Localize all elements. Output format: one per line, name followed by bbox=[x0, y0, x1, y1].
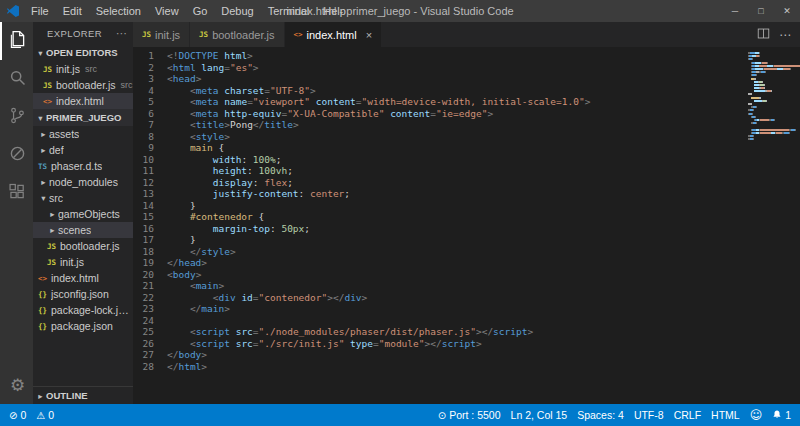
folder-section-header[interactable]: ▾ PRIMER_JUEGO bbox=[33, 109, 133, 126]
close-tab-icon[interactable]: × bbox=[366, 29, 372, 41]
code-line[interactable]: 26 <script src="./src/init.js" type="mod… bbox=[133, 338, 744, 350]
code-line[interactable]: 9 main { bbox=[133, 142, 744, 154]
line-number: 15 bbox=[133, 211, 167, 223]
tree-item-package.json[interactable]: {}package.json bbox=[33, 318, 133, 334]
more-actions-icon[interactable]: ⋯ bbox=[779, 28, 792, 42]
code-line[interactable]: 16 margin-top: 50px; bbox=[133, 223, 744, 235]
code-line[interactable]: 7 <title>Pong</title> bbox=[133, 119, 744, 131]
menu-edit[interactable]: Edit bbox=[56, 0, 89, 22]
tree-item-src[interactable]: ▾src bbox=[33, 190, 133, 206]
close-button[interactable]: ✕ bbox=[774, 0, 800, 22]
code-line[interactable]: 21 <main> bbox=[133, 280, 744, 292]
code-line[interactable]: 8 <style> bbox=[133, 131, 744, 143]
status-eol[interactable]: CRLF bbox=[669, 404, 706, 426]
explorer-actions-icon[interactable]: ⋯ bbox=[116, 27, 127, 40]
menu-go[interactable]: Go bbox=[186, 0, 215, 22]
tree-item-gameObjects[interactable]: ▸gameObjects bbox=[33, 206, 133, 222]
code-line[interactable]: 4 <meta charset="UTF-8"> bbox=[133, 85, 744, 97]
status-cursor-position[interactable]: Ln 2, Col 15 bbox=[506, 404, 573, 426]
code-line[interactable]: 15 #contenedor { bbox=[133, 211, 744, 223]
activity-item-settings[interactable]: ⚙ bbox=[0, 366, 33, 404]
code-text: height: 100vh; bbox=[167, 165, 293, 177]
code-line[interactable]: 19</head> bbox=[133, 257, 744, 269]
code-line[interactable]: 5 <meta name="viewport" content="width=d… bbox=[133, 96, 744, 108]
code-text: margin-top: 50px; bbox=[167, 223, 310, 235]
code-line[interactable]: 23 </main> bbox=[133, 303, 744, 315]
activity-item-search[interactable] bbox=[0, 60, 33, 98]
status-errors[interactable]: ⊘0 bbox=[4, 404, 31, 426]
open-editor-bootloader.js[interactable]: JSbootloader.jssrc bbox=[33, 77, 133, 93]
status-language-mode[interactable]: HTML bbox=[706, 404, 745, 426]
activity-item-extensions[interactable] bbox=[0, 174, 33, 212]
minimap[interactable] bbox=[744, 47, 800, 404]
code-area[interactable]: 1<!DOCTYPE html>2<html lang="es">3<head>… bbox=[133, 47, 744, 404]
code-line[interactable]: 1<!DOCTYPE html> bbox=[133, 50, 744, 62]
tree-item-bootloader.js[interactable]: JSbootloader.js bbox=[33, 238, 133, 254]
code-line[interactable]: 12 display: flex; bbox=[133, 177, 744, 189]
tree-item-node_modules[interactable]: ▸node_modules bbox=[33, 174, 133, 190]
open-editors-header[interactable]: ▾ OPEN EDITORS bbox=[33, 44, 133, 61]
tree-item-scenes[interactable]: ▸scenes bbox=[33, 222, 133, 238]
status-warnings[interactable]: ⚠0 bbox=[31, 404, 59, 426]
menu-view[interactable]: View bbox=[148, 0, 186, 22]
code-line[interactable]: 28</html> bbox=[133, 361, 744, 373]
code-text: </body> bbox=[167, 349, 207, 361]
code-line[interactable]: 14 } bbox=[133, 200, 744, 212]
tab-bootloader.js[interactable]: JSbootloader.js bbox=[190, 22, 284, 47]
tab-index.html[interactable]: <>index.html× bbox=[285, 22, 383, 47]
code-text: <div id="contenedor"></div> bbox=[167, 292, 367, 304]
tab-init.js[interactable]: JSinit.js bbox=[133, 22, 190, 47]
maximize-button[interactable]: □ bbox=[748, 0, 774, 22]
code-line[interactable]: 3<head> bbox=[133, 73, 744, 85]
code-line[interactable]: 20<body> bbox=[133, 269, 744, 281]
code-line[interactable]: 6 <meta http-equiv="X-UA-Compatible" con… bbox=[133, 108, 744, 120]
menu-selection[interactable]: Selection bbox=[89, 0, 148, 22]
code-text: main { bbox=[167, 142, 224, 154]
debug-icon bbox=[7, 143, 28, 168]
chevron-down-icon: ▾ bbox=[38, 193, 49, 203]
code-line[interactable]: 10 width: 100%; bbox=[133, 154, 744, 166]
split-editor-icon[interactable] bbox=[757, 26, 770, 44]
status-encoding[interactable]: UTF-8 bbox=[629, 404, 669, 426]
open-editor-index.html[interactable]: <>index.html bbox=[33, 93, 133, 109]
folder-name: def bbox=[49, 144, 64, 156]
open-editors-list: JSinit.jssrcJSbootloader.jssrc<>index.ht… bbox=[33, 61, 133, 109]
line-number: 12 bbox=[133, 177, 167, 189]
sidebar-title: EXPLORER bbox=[47, 28, 116, 39]
status-port[interactable]: ⊙Port : 5500 bbox=[433, 404, 506, 426]
code-line[interactable]: 18 </style> bbox=[133, 246, 744, 258]
tree-item-index.html[interactable]: <>index.html bbox=[33, 270, 133, 286]
tree-item-phaser.d.ts[interactable]: TSphaser.d.ts bbox=[33, 158, 133, 174]
menu-debug[interactable]: Debug bbox=[214, 0, 260, 22]
code-line[interactable]: 17 } bbox=[133, 234, 744, 246]
activity-item-explorer[interactable] bbox=[0, 22, 33, 60]
activity-item-source-control[interactable] bbox=[0, 98, 33, 136]
code-line[interactable]: 27</body> bbox=[133, 349, 744, 361]
code-line[interactable]: 24 bbox=[133, 315, 744, 327]
tree-item-def[interactable]: ▸def bbox=[33, 142, 133, 158]
tree-item-assets[interactable]: ▸assets bbox=[33, 126, 133, 142]
status-indentation[interactable]: Spaces: 4 bbox=[572, 404, 629, 426]
open-editors-label: OPEN EDITORS bbox=[46, 47, 118, 58]
status-feedback[interactable]: ☺ bbox=[745, 404, 768, 426]
code-text: <meta charset="UTF-8"> bbox=[167, 85, 316, 97]
status-notifications[interactable]: 1 bbox=[767, 404, 796, 426]
open-editor-init.js[interactable]: JSinit.jssrc bbox=[33, 61, 133, 77]
code-line[interactable]: 25 <script src="./node_modules/phaser/di… bbox=[133, 326, 744, 338]
outline-header[interactable]: ▸ OUTLINE bbox=[33, 386, 133, 404]
js-file-icon: JS bbox=[142, 30, 151, 39]
code-line[interactable]: 2<html lang="es"> bbox=[133, 62, 744, 74]
activity-item-debug[interactable] bbox=[0, 136, 33, 174]
minimize-button[interactable]: ─ bbox=[722, 0, 748, 22]
code-text: <head> bbox=[167, 73, 201, 85]
tree-item-package-lock.json[interactable]: {}package-lock.json bbox=[33, 302, 133, 318]
tree-item-jsconfig.json[interactable]: {}jsconfig.json bbox=[33, 286, 133, 302]
code-line[interactable]: 22 <div id="contenedor"></div> bbox=[133, 292, 744, 304]
code-line[interactable]: 13 justify-content: center; bbox=[133, 188, 744, 200]
tree-item-init.js[interactable]: JSinit.js bbox=[33, 254, 133, 270]
code-line[interactable]: 11 height: 100vh; bbox=[133, 165, 744, 177]
ts-file-icon: TS bbox=[38, 162, 51, 171]
file-name: bootloader.js bbox=[56, 79, 116, 91]
menu-file[interactable]: File bbox=[24, 0, 56, 22]
js-file-icon: JS bbox=[43, 65, 56, 74]
